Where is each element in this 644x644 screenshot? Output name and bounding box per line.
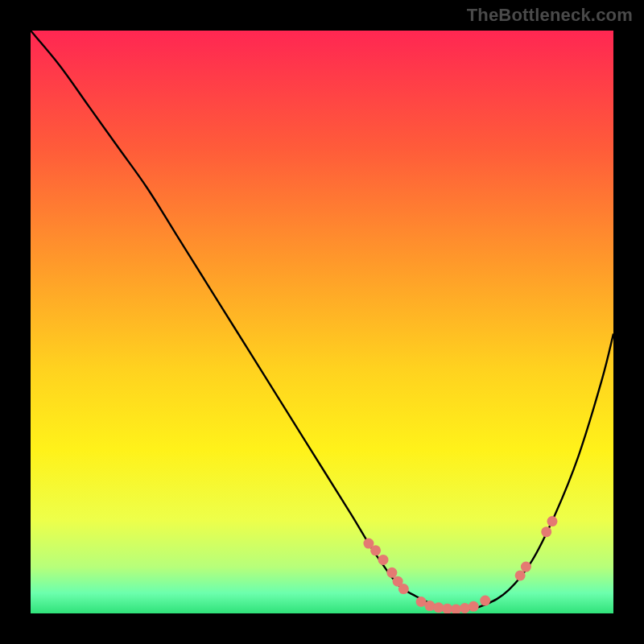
data-marker <box>424 601 435 611</box>
watermark-text: TheBottleneck.com <box>467 5 633 26</box>
data-marker <box>480 596 490 606</box>
plot-area <box>31 31 613 613</box>
data-marker <box>541 526 551 537</box>
data-marker <box>370 545 381 555</box>
data-marker <box>521 562 531 572</box>
gradient-background <box>31 31 613 613</box>
data-marker <box>398 584 409 594</box>
data-marker <box>378 555 389 565</box>
data-marker <box>460 603 470 613</box>
data-marker <box>469 601 479 612</box>
data-marker <box>515 570 526 580</box>
chart-frame: TheBottleneck.com <box>0 0 644 644</box>
plot-svg <box>31 31 613 613</box>
data-marker <box>547 516 557 526</box>
data-marker <box>386 568 397 578</box>
